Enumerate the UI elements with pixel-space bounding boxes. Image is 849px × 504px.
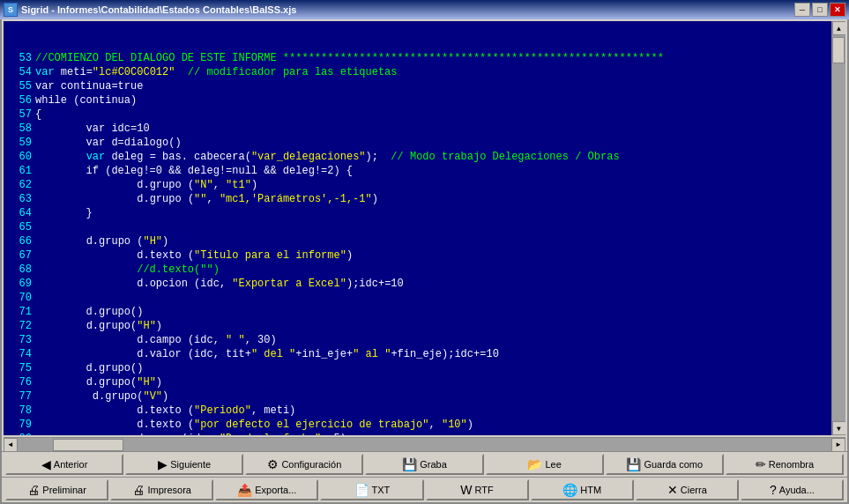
table-row: 74 d.valor (idc, tit+" del "+ini_eje+" a… — [7, 347, 828, 361]
line-content: d.valor (idc, tit+" del "+ini_eje+" al "… — [35, 347, 828, 361]
line-number: 74 — [7, 347, 35, 361]
line-number: 59 — [7, 136, 35, 150]
toolbar-row-2: 🖨Preliminar🖨Impresora📤Exporta...📄TXTWRTF… — [2, 477, 847, 502]
preliminar-button[interactable]: 🖨Preliminar — [5, 479, 108, 500]
txt-button[interactable]: 📄TXT — [320, 479, 423, 500]
line-content: d.grupo ("", "mc1,'Parámetros',-1,-1") — [35, 192, 828, 206]
line-number: 61 — [7, 164, 35, 178]
line-content: while (continua) — [35, 93, 828, 107]
table-row: 57{ — [7, 107, 828, 122]
table-row: 58 var idc=10 — [7, 122, 828, 136]
line-number: 70 — [7, 291, 35, 305]
table-row: 79 d.texto ("por defecto el ejercicio de… — [7, 418, 828, 432]
line-content: } — [35, 206, 828, 220]
siguiente-button[interactable]: ▶Siguiente — [125, 454, 243, 475]
line-content: d.grupo ("H") — [35, 234, 828, 248]
table-row: 53//COMIENZO DEL DIALOGO DE ESTE INFORME… — [7, 51, 828, 65]
line-number: 72 — [7, 319, 35, 333]
lee-button[interactable]: 📂Lee — [486, 454, 604, 475]
line-content — [35, 291, 828, 305]
maximize-button[interactable]: □ — [812, 3, 828, 17]
line-content: d.grupo("H") — [35, 319, 828, 333]
table-row: 67 d.texto ("Título para el informe") — [7, 248, 828, 263]
line-number: 71 — [7, 305, 35, 319]
exporta----button[interactable]: 📤Exporta... — [215, 479, 318, 500]
line-content: d.grupo("V") — [35, 389, 828, 404]
app-icon: S — [4, 3, 18, 17]
line-number: 78 — [7, 404, 35, 418]
table-row: 59 var d=dialogo() — [7, 136, 828, 150]
line-number: 53 — [7, 51, 35, 65]
toolbar-row-1: ◀Anterior▶Siguiente⚙Configuración💾Graba📂… — [2, 451, 847, 477]
table-row: 70 — [7, 291, 828, 305]
line-number: 54 — [7, 65, 35, 79]
line-content: d.campo(idc, "Desde la fecha", 5) — [35, 432, 828, 435]
minimize-button[interactable]: ─ — [794, 3, 810, 17]
renombra-button[interactable]: ✏Renombra — [726, 454, 844, 475]
table-row: 71 d.grupo() — [7, 305, 828, 319]
line-number: 80 — [7, 432, 35, 435]
htm-button[interactable]: 🌐HTM — [531, 479, 634, 500]
close-button[interactable]: ✕ — [830, 3, 845, 17]
configuraci-n-button[interactable]: ⚙Configuración — [245, 454, 363, 475]
table-row: 62 d.grupo ("N", "t1") — [7, 178, 828, 192]
ayuda----button[interactable]: ?Ayuda... — [741, 479, 844, 500]
table-row: 56while (continua) — [7, 93, 828, 107]
line-content: var continua=true — [35, 79, 828, 93]
line-number: 58 — [7, 122, 35, 136]
table-row: 75 d.grupo() — [7, 361, 828, 375]
rtf-button[interactable]: WRTF — [426, 479, 529, 500]
table-row: 65 — [7, 220, 828, 234]
table-row: 60 var deleg = bas. cabecera("var_delega… — [7, 150, 828, 164]
table-row: 76 d.grupo("H") — [7, 375, 828, 389]
line-number: 73 — [7, 333, 35, 347]
table-row: 72 d.grupo("H") — [7, 319, 828, 333]
line-content: d.grupo() — [35, 305, 828, 319]
line-content: var d=dialogo() — [35, 136, 828, 150]
line-number: 68 — [7, 263, 35, 277]
line-number: 62 — [7, 178, 35, 192]
scroll-down-button[interactable]: ▼ — [832, 421, 846, 435]
line-number: 56 — [7, 93, 35, 107]
line-number: 69 — [7, 277, 35, 291]
line-content: //d.texto("") — [35, 263, 828, 277]
line-number: 76 — [7, 375, 35, 389]
line-content: d.campo (idc, " ", 30) — [35, 333, 828, 347]
impresora-button[interactable]: 🖨Impresora — [110, 479, 213, 500]
line-content: var meti="lc#C0C0C012" // modificador pa… — [35, 65, 828, 79]
table-row: 63 d.grupo ("", "mc1,'Parámetros',-1,-1"… — [7, 192, 828, 206]
scroll-up-button[interactable]: ▲ — [832, 21, 846, 35]
horizontal-scrollbar[interactable]: ◄ ► — [4, 437, 845, 451]
table-row: 68 //d.texto("") — [7, 263, 828, 277]
table-row: 73 d.campo (idc, " ", 30) — [7, 333, 828, 347]
line-content: var deleg = bas. cabecera("var_delegacio… — [35, 150, 828, 164]
table-row: 77 d.grupo("V") — [7, 389, 828, 404]
table-row: 69 d.opcion (idc, "Exportar a Excel");id… — [7, 277, 828, 291]
line-content: d.grupo() — [35, 361, 828, 375]
line-number: 67 — [7, 248, 35, 263]
title-bar: S Sigrid - Informes\Contabilidad\Estados… — [0, 0, 849, 19]
table-row: 64 } — [7, 206, 828, 220]
code-editor[interactable]: 53//COMIENZO DEL DIALOGO DE ESTE INFORME… — [4, 21, 831, 435]
graba-button[interactable]: 💾Graba — [365, 454, 483, 475]
line-number: 75 — [7, 361, 35, 375]
table-row: 80 d.campo(idc, "Desde la fecha", 5) — [7, 432, 828, 435]
window-title: Sigrid - Informes\Contabilidad\Estados C… — [21, 4, 296, 15]
line-number: 63 — [7, 192, 35, 206]
line-content: if (deleg!=0 && deleg!=null && deleg!=2)… — [35, 164, 828, 178]
line-number: 77 — [7, 389, 35, 404]
line-content — [35, 220, 828, 234]
scroll-right-button[interactable]: ► — [831, 438, 845, 452]
line-number: 65 — [7, 220, 35, 234]
line-number: 79 — [7, 418, 35, 432]
line-content: d.grupo ("N", "t1") — [35, 178, 828, 192]
vertical-scrollbar[interactable]: ▲ ▼ — [831, 21, 845, 435]
guarda-como-button[interactable]: 💾Guarda como — [606, 454, 724, 475]
table-row: 61 if (deleg!=0 && deleg!=null && deleg!… — [7, 164, 828, 178]
line-number: 66 — [7, 234, 35, 248]
table-row: 54var meti="lc#C0C0C012" // modificador … — [7, 65, 828, 79]
scroll-left-button[interactable]: ◄ — [4, 438, 18, 452]
line-number: 55 — [7, 79, 35, 93]
anterior-button[interactable]: ◀Anterior — [5, 454, 123, 475]
cierra-button[interactable]: ✕Cierra — [636, 479, 739, 500]
